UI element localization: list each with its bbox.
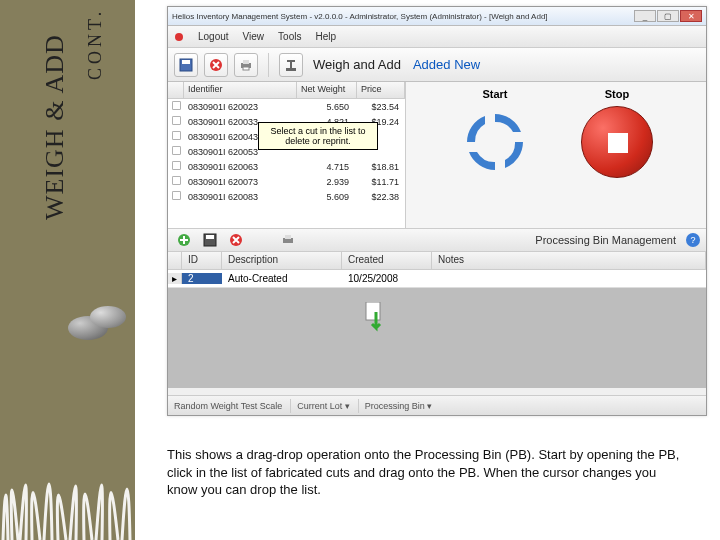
cut-net-weight: 4.715 [297,162,357,172]
stop-button[interactable] [581,106,653,178]
status-bar: Random Weight Test Scale Current Lot ▾ P… [168,395,706,415]
weigh-add-button[interactable] [279,53,303,77]
cell-id: 2 [182,273,222,284]
col-price[interactable]: Price [357,82,405,98]
svg-rect-16 [366,302,380,320]
delete-bin-button[interactable] [226,230,246,250]
print-button[interactable] [234,53,258,77]
cut-id: 0830901I 620023 [184,102,297,112]
cut-row[interactable]: 0830901I 6200634.715$18.81 [168,159,405,174]
menu-bar: Logout View Tools Help [168,26,706,48]
col-id[interactable]: ID [182,252,222,269]
cut-price: $22.38 [357,192,405,202]
slide-title-cont: CONT. [85,8,106,80]
window-minimize-button[interactable]: _ [634,10,656,22]
cuts-header: Identifier Net Weight Price [168,82,405,99]
cut-id: 0830901I 620063 [184,162,297,172]
slide-sidebar: WEIGH & ADD CONT. [0,0,135,540]
slide-title-block: WEIGH & ADD CONT. [0,0,135,270]
window-close-button[interactable]: ✕ [680,10,702,22]
col-net-weight[interactable]: Net Weight [297,82,357,98]
svg-rect-12 [206,235,214,239]
cell-created: 10/25/2008 [342,273,432,284]
mid-row: Identifier Net Weight Price 0830901I 620… [168,82,706,228]
cut-checkbox[interactable] [171,101,180,110]
window-title-text: Helios Inventory Management System - v2.… [172,12,548,21]
col-notes[interactable]: Notes [432,252,706,269]
scale-icon [284,58,298,72]
slide-caption: This shows a drag-drop operation onto th… [167,446,687,499]
menu-tools[interactable]: Tools [278,31,301,42]
col-desc[interactable]: Description [222,252,342,269]
cut-checkbox[interactable] [171,161,180,170]
cut-net-weight: 2.939 [297,177,357,187]
window-maximize-button[interactable]: ▢ [657,10,679,22]
cuts-list-panel[interactable]: Identifier Net Weight Price 0830901I 620… [168,82,406,228]
cut-id: 0830901I 620073 [184,177,297,187]
cut-row[interactable]: 0830901I 6200732.939$11.71 [168,174,405,189]
delete-icon [229,233,243,247]
svg-rect-7 [286,68,296,71]
svg-rect-15 [285,235,291,239]
cut-price: $23.54 [357,102,405,112]
print-bin-button[interactable] [278,230,298,250]
printer-icon [281,233,295,247]
delete-button[interactable] [204,53,228,77]
cut-checkbox[interactable] [171,116,180,125]
svg-rect-8 [290,61,292,68]
app-window: Helios Inventory Management System - v2.… [167,6,707,416]
printer-icon [239,58,253,72]
start-button[interactable] [459,106,531,178]
add-bin-button[interactable] [174,230,194,250]
row-selector[interactable]: ▸ [168,273,182,284]
cut-checkbox[interactable] [171,146,180,155]
toolbar: Weigh and Add Added New [168,48,706,82]
save-button[interactable] [174,53,198,77]
window-titlebar: Helios Inventory Management System - v2.… [168,7,706,26]
slide-title-main: WEIGH & ADD [40,34,70,220]
bin-grid-body[interactable] [168,288,706,388]
start-stop-panel: Start Stop [406,82,706,228]
cut-row[interactable]: 0830901I 6200835.609$22.38 [168,189,405,204]
save-bin-button[interactable] [200,230,220,250]
cut-net-weight: 5.609 [297,192,357,202]
svg-rect-6 [243,67,249,70]
drag-cursor-icon [364,302,388,332]
toolbar-separator [268,53,269,77]
menu-help[interactable]: Help [315,31,336,42]
added-new-label: Added New [413,57,480,72]
pbm-label: Processing Bin Management [535,234,676,246]
cut-price: $18.81 [357,162,405,172]
pbm-toolbar: Processing Bin Management ? [168,228,706,252]
status-lot[interactable]: Current Lot ▾ [290,399,350,413]
svg-point-0 [175,33,183,41]
tooltip: Select a cut in the list to delete or re… [258,122,378,150]
start-label: Start [482,88,507,100]
weigh-add-label: Weigh and Add [313,57,401,72]
grass-graphic [0,390,135,540]
cut-checkbox[interactable] [171,176,180,185]
status-bin[interactable]: Processing Bin ▾ [358,399,433,413]
cell-desc: Auto-Created [222,273,342,284]
cut-checkbox[interactable] [171,131,180,140]
cuts-body[interactable]: 0830901I 6200235.650$23.540830901I 62003… [168,99,405,204]
content-area: Helios Inventory Management System - v2.… [135,0,720,540]
menu-view[interactable]: View [243,31,265,42]
svg-rect-2 [182,60,190,64]
cut-row[interactable]: 0830901I 6200235.650$23.54 [168,99,405,114]
pebbles-graphic [68,296,130,346]
col-created[interactable]: Created [342,252,432,269]
svg-rect-5 [243,60,249,64]
stop-label: Stop [605,88,629,100]
help-icon[interactable]: ? [686,233,700,247]
menu-logout[interactable]: Logout [198,31,229,42]
logout-icon [174,32,184,42]
bin-grid-row[interactable]: ▸ 2 Auto-Created 10/25/2008 [168,270,706,288]
col-identifier[interactable]: Identifier [184,82,297,98]
floppy-icon [203,233,217,247]
cut-checkbox[interactable] [171,191,180,200]
status-scale: Random Weight Test Scale [174,401,282,411]
floppy-icon [179,58,193,72]
cut-id: 0830901I 620083 [184,192,297,202]
cut-price: $11.71 [357,177,405,187]
